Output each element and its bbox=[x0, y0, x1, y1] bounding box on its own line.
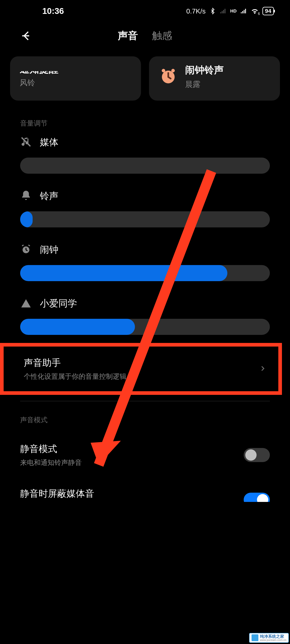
bell-icon bbox=[20, 190, 32, 202]
card-notification-tone[interactable]: 通知提醒 风铃 bbox=[10, 56, 141, 100]
volume-media: 媒体 bbox=[20, 136, 270, 174]
watermark-url: www.purewin.com.cn bbox=[260, 638, 286, 642]
watermark-icon bbox=[251, 634, 258, 641]
chevron-right-icon bbox=[259, 365, 266, 373]
tab-haptic[interactable]: 触感 bbox=[152, 29, 172, 44]
toggle-mute-media[interactable] bbox=[244, 493, 270, 507]
svg-point-9 bbox=[162, 69, 165, 72]
slider-media[interactable] bbox=[20, 158, 270, 174]
status-time: 10:36 bbox=[42, 6, 64, 16]
slider-label: 媒体 bbox=[40, 136, 58, 148]
tabs: 声音 触感 bbox=[44, 29, 246, 44]
card-subtitle: 风铃 bbox=[20, 78, 58, 88]
row-title: 静音时屏蔽媒体音 bbox=[20, 488, 137, 500]
watermark: 纯净系统之家 www.purewin.com.cn bbox=[249, 633, 289, 643]
svg-rect-4 bbox=[241, 12, 242, 14]
volume-alarm: 闹钟 bbox=[20, 244, 270, 281]
card-title: 闹钟铃声 bbox=[185, 64, 224, 76]
battery-indicator: 94 bbox=[262, 7, 274, 15]
row-subtitle: 来电和通知铃声静音 bbox=[20, 458, 82, 467]
media-mute-icon bbox=[20, 136, 32, 148]
signal-icon bbox=[220, 8, 226, 14]
volume-xiaoai: 小爱同学 bbox=[20, 297, 270, 335]
slider-label: 铃声 bbox=[40, 190, 58, 202]
tab-sound[interactable]: 声音 bbox=[118, 29, 138, 44]
wifi-icon: 6 bbox=[251, 7, 259, 15]
svg-rect-6 bbox=[244, 10, 244, 13]
svg-rect-0 bbox=[220, 12, 221, 14]
row-subtitle: 个性化设置属于你的音量控制逻辑 bbox=[24, 372, 126, 381]
volume-group: 媒体 铃声 闹钟 小爱 bbox=[0, 136, 290, 335]
section-header-volume: 音量调节 bbox=[0, 100, 290, 136]
alarm-icon bbox=[20, 244, 32, 256]
toggle-silent-mode[interactable] bbox=[244, 448, 270, 462]
slider-label: 闹钟 bbox=[40, 244, 58, 256]
slider-alarm[interactable] bbox=[20, 265, 270, 281]
svg-rect-3 bbox=[224, 9, 225, 14]
ringtone-cards: 通知提醒 风铃 闹钟铃声 晨露 bbox=[0, 56, 290, 100]
svg-rect-7 bbox=[245, 9, 246, 14]
card-subtitle: 晨露 bbox=[185, 79, 224, 90]
net-speed: 0.7K/s bbox=[186, 7, 206, 15]
slider-label: 小爱同学 bbox=[40, 297, 77, 310]
row-title: 静音模式 bbox=[20, 443, 82, 455]
row-sound-assistant[interactable]: 声音助手 个性化设置属于你的音量控制逻辑 bbox=[16, 346, 278, 391]
status-bar: 10:36 0.7K/s HD 6 94 bbox=[0, 0, 290, 22]
svg-rect-5 bbox=[242, 11, 243, 13]
row-subtitle: 媒体音包括游戏、视频等应用内的声音 bbox=[20, 503, 137, 512]
svg-point-10 bbox=[171, 69, 175, 72]
alarm-clock-icon bbox=[159, 66, 178, 86]
hd-label: HD bbox=[230, 8, 237, 14]
annotation-highlight-box: 声音助手 个性化设置属于你的音量控制逻辑 bbox=[0, 343, 282, 395]
svg-rect-2 bbox=[223, 10, 224, 13]
card-alarm-tone[interactable]: 闹钟铃声 晨露 bbox=[149, 56, 280, 100]
card-title: 通知提醒 bbox=[20, 64, 58, 74]
status-right-cluster: 0.7K/s HD 6 94 bbox=[186, 7, 274, 15]
svg-point-13 bbox=[25, 304, 27, 306]
volume-ringtone: 铃声 bbox=[20, 190, 270, 228]
slider-xiaoai[interactable] bbox=[20, 319, 270, 335]
row-title: 声音助手 bbox=[24, 356, 126, 369]
divider bbox=[20, 401, 270, 401]
svg-rect-1 bbox=[222, 11, 222, 13]
signal-icon-2 bbox=[240, 8, 247, 14]
top-bar: 声音 触感 bbox=[0, 22, 290, 50]
row-mute-media: 静音时屏蔽媒体音 媒体音包括游戏、视频等应用内的声音 bbox=[0, 477, 290, 522]
bluetooth-icon bbox=[209, 8, 216, 14]
row-silent-mode: 静音模式 来电和通知铃声静音 bbox=[0, 433, 290, 477]
slider-ringtone[interactable] bbox=[20, 211, 270, 228]
watermark-title: 纯净系统之家 bbox=[260, 634, 286, 638]
section-header-mode: 声音模式 bbox=[0, 405, 290, 433]
back-button[interactable] bbox=[20, 30, 32, 43]
xiaoai-icon bbox=[20, 297, 32, 310]
